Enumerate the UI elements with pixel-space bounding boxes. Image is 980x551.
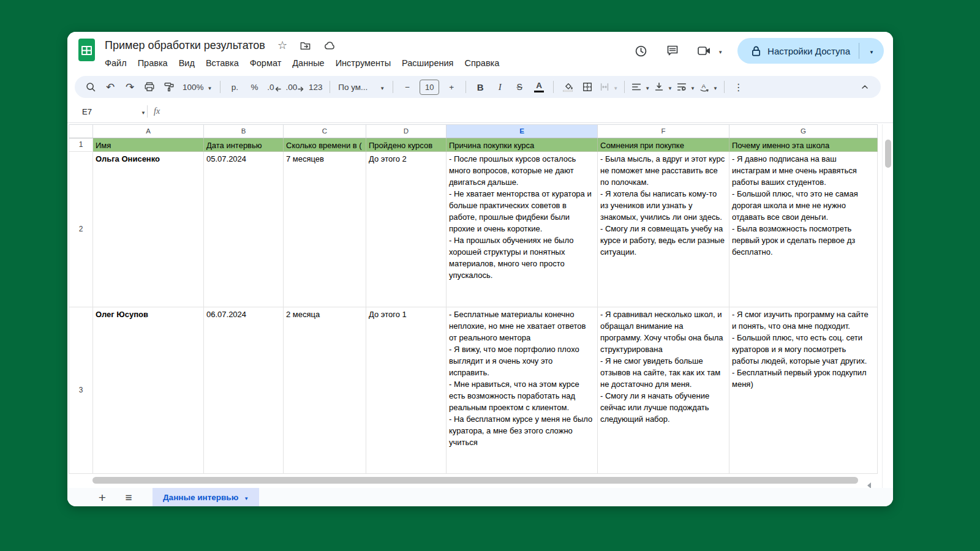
app-header: Пример обработки результатов Файл Правка… xyxy=(67,32,893,75)
text-color-button[interactable]: A xyxy=(529,79,549,95)
menu-view[interactable]: Вид xyxy=(173,57,200,69)
meet-call-control[interactable] xyxy=(697,45,723,57)
more-toolbar-options-button[interactable] xyxy=(729,79,748,95)
column-header-b[interactable]: B xyxy=(204,124,284,138)
fx-icon: fx xyxy=(154,107,160,116)
sheets-logo-icon[interactable] xyxy=(78,39,95,61)
row-number-3[interactable]: 3 xyxy=(69,307,93,474)
sheet-tab-menu-icon[interactable] xyxy=(244,492,249,503)
lock-icon xyxy=(751,45,761,57)
header-right-controls: Настройки Доступа xyxy=(633,38,884,64)
menu-edit[interactable]: Правка xyxy=(132,57,173,69)
all-sheets-button[interactable] xyxy=(119,488,138,506)
chevron-down-icon[interactable] xyxy=(141,106,146,117)
font-family-selector[interactable]: По ум... xyxy=(334,79,388,95)
decrease-decimal-button[interactable]: .0 xyxy=(264,79,284,95)
bold-button[interactable]: B xyxy=(470,79,490,95)
cell-a2[interactable]: Ольга Онисенко xyxy=(93,152,204,307)
chevron-down-icon xyxy=(380,83,385,92)
cell-g1[interactable]: Почему именно эта школа xyxy=(729,138,878,152)
menu-help[interactable]: Справка xyxy=(459,57,505,69)
share-button-label: Настройки Доступа xyxy=(767,46,850,56)
menu-data[interactable]: Данные xyxy=(287,57,330,69)
menu-tools[interactable]: Инструменты xyxy=(330,57,396,69)
select-all-corner[interactable] xyxy=(69,124,93,138)
font-size-input[interactable]: 10 xyxy=(420,80,439,95)
column-header-f[interactable]: F xyxy=(598,124,729,138)
star-icon[interactable] xyxy=(277,40,287,51)
borders-button[interactable] xyxy=(578,79,597,95)
cell-d3[interactable]: До этого 1 xyxy=(366,307,447,474)
horizontal-align-button[interactable] xyxy=(629,79,652,95)
share-dropdown[interactable] xyxy=(863,45,880,56)
cell-d1[interactable]: Пройдено курсов xyxy=(366,138,447,152)
undo-button[interactable] xyxy=(100,79,120,95)
cell-a1[interactable]: Имя xyxy=(93,138,204,152)
column-header-e-selected[interactable]: E xyxy=(447,124,598,138)
text-rotation-button[interactable]: A xyxy=(697,79,720,95)
version-history-icon[interactable] xyxy=(633,43,648,58)
column-header-a[interactable]: A xyxy=(93,124,204,138)
cell-f2[interactable]: - Была мысль, а вдруг и этот курс не пом… xyxy=(598,152,729,307)
cell-g2[interactable]: - Я давно подписана на ваш инстаграм и м… xyxy=(729,152,878,307)
strikethrough-button[interactable]: S xyxy=(510,79,529,95)
cell-e3[interactable]: - Бесплатные материалы конечно неплохие,… xyxy=(447,307,598,474)
vertical-scrollbar-thumb[interactable] xyxy=(885,140,891,168)
italic-button[interactable]: I xyxy=(490,79,510,95)
zoom-control[interactable]: 100% xyxy=(179,79,216,95)
vertical-scrollbar-track[interactable] xyxy=(882,124,893,488)
cell-c3[interactable]: 2 месяца xyxy=(284,307,366,474)
increase-font-size-button[interactable]: + xyxy=(442,79,461,95)
cell-g3[interactable]: - Я смог изучить программу на сайте и по… xyxy=(729,307,878,474)
text-wrap-button[interactable] xyxy=(674,79,697,95)
format-percent-button[interactable]: % xyxy=(244,79,264,95)
row-number-2[interactable]: 2 xyxy=(69,152,93,307)
cell-e2[interactable]: - После прошлых курсов осталось много во… xyxy=(447,152,598,307)
toolbar-divider xyxy=(724,81,725,93)
cell-c1[interactable]: Сколько времени в ( xyxy=(284,138,366,152)
chevron-down-icon[interactable] xyxy=(718,45,723,56)
cell-b2[interactable]: 05.07.2024 xyxy=(204,152,284,307)
search-menus-button[interactable] xyxy=(81,79,100,95)
paint-format-button[interactable] xyxy=(159,79,179,95)
menu-format[interactable]: Формат xyxy=(244,57,287,69)
share-button[interactable]: Настройки Доступа xyxy=(737,38,884,64)
increase-decimal-button[interactable]: .00 xyxy=(284,79,306,95)
add-sheet-button[interactable] xyxy=(93,488,111,506)
cell-b1[interactable]: Дата интервью xyxy=(204,138,284,152)
chevron-down-icon xyxy=(613,83,618,92)
chevron-down-icon xyxy=(668,83,673,92)
more-formats-button[interactable]: 123 xyxy=(306,79,325,95)
cell-f1[interactable]: Сомнения при покупке xyxy=(598,138,729,152)
cell-f3[interactable]: - Я сравнивал несколько школ, и обращал … xyxy=(598,307,729,474)
column-header-c[interactable]: C xyxy=(284,124,366,138)
move-to-folder-icon[interactable] xyxy=(300,40,311,51)
vertical-align-button[interactable] xyxy=(652,79,674,95)
menu-insert[interactable]: Вставка xyxy=(200,57,244,69)
redo-button[interactable] xyxy=(120,79,140,95)
horizontal-scrollbar-thumb[interactable] xyxy=(92,477,858,484)
sheet-tab-active[interactable]: Данные интервью xyxy=(153,488,259,506)
format-currency-button[interactable]: р. xyxy=(225,79,244,95)
row-number-1[interactable]: 1 xyxy=(69,138,93,152)
table-row-header: 1 Имя Дата интервью Сколько времени в ( … xyxy=(69,138,878,152)
fill-color-button[interactable] xyxy=(558,79,578,95)
hide-menus-button[interactable] xyxy=(855,79,875,95)
increase-decimal-label: .00 xyxy=(285,83,297,92)
decrease-font-size-button[interactable]: − xyxy=(398,79,417,95)
cell-c2[interactable]: 7 месяцев xyxy=(284,152,366,307)
name-box[interactable]: E7 xyxy=(67,106,146,117)
column-header-d[interactable]: D xyxy=(366,124,447,138)
share-divider xyxy=(859,43,859,59)
comments-icon[interactable] xyxy=(665,43,680,58)
cell-b3[interactable]: 06.07.2024 xyxy=(204,307,284,474)
column-header-g[interactable]: G xyxy=(729,124,878,138)
menu-extensions[interactable]: Расширения xyxy=(396,57,459,69)
document-title[interactable]: Пример обработки результатов xyxy=(105,39,265,52)
print-button[interactable] xyxy=(140,79,159,95)
cell-a3[interactable]: Олег Юсупов xyxy=(93,307,204,474)
cell-e1[interactable]: Причина покупки курса xyxy=(447,138,598,152)
cell-d2[interactable]: До этого 2 xyxy=(366,152,447,307)
menu-file[interactable]: Файл xyxy=(99,57,132,69)
font-family-value: По ум... xyxy=(338,83,368,92)
